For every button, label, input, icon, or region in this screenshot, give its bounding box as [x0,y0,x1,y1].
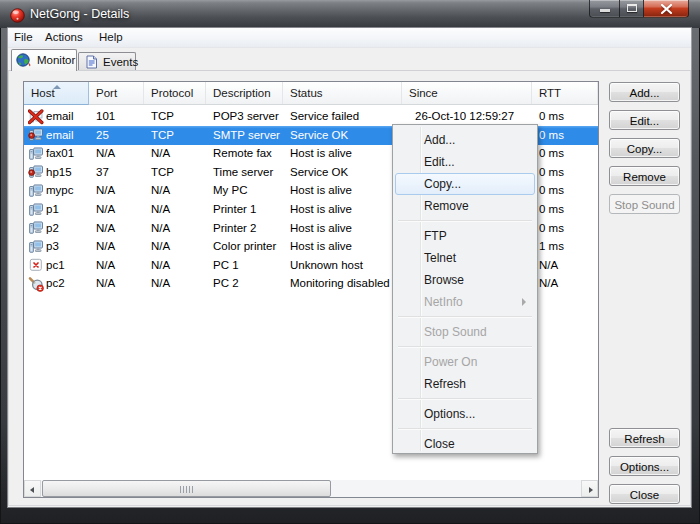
cell-rtt: N/A [539,259,598,271]
cell-description: Color printer [213,240,283,252]
menubar-item-help[interactable]: Help [99,31,123,43]
remove-button[interactable]: Remove [609,166,680,186]
cell-protocol: N/A [151,222,206,234]
cell-host: p2 [46,222,89,234]
cell-port: N/A [96,259,144,271]
scrollbar-thumb[interactable] [42,480,331,497]
host-computer-icon [28,239,44,255]
copy-button[interactable]: Copy... [609,138,680,158]
column-header-since[interactable]: Since [402,82,532,104]
close-icon [661,4,672,14]
cell-description: POP3 server [213,110,283,122]
menu-item-copy[interactable]: Copy... [395,173,535,195]
cell-protocol: N/A [151,259,206,271]
scrollbar-grip-icon [180,486,195,493]
menu-separator [395,425,535,433]
menu-item-add[interactable]: Add... [395,129,535,151]
window-title: NetGong - Details [30,7,129,21]
column-header-port[interactable]: Port [89,82,144,104]
scroll-right-button[interactable] [581,480,598,497]
cell-rtt: 0 ms [539,203,598,215]
cell-port: N/A [96,203,144,215]
cell-host: pc2 [46,277,89,289]
tab-monitor[interactable]: Monitor [11,49,77,71]
cell-rtt: 0 ms [539,222,598,234]
menu-separator [395,395,535,403]
column-header-status[interactable]: Status [283,82,402,104]
cell-status: Service failed [290,110,402,122]
cell-host: p1 [46,203,89,215]
column-header-host[interactable]: Host [24,82,89,105]
app-window: NetGong - Details FileActionsHelp Monito… [0,0,700,524]
cell-host: email [46,129,89,141]
cell-rtt: 0 ms [539,184,598,196]
cell-port: N/A [96,147,144,159]
menubar-item-actions[interactable]: Actions [45,31,83,43]
stop-sound-button[interactable]: Stop Sound [609,194,680,214]
minimize-icon [600,9,610,12]
maximize-icon [627,4,637,12]
title-bar[interactable]: NetGong - Details [0,0,700,28]
cell-protocol: N/A [151,240,206,252]
refresh-button[interactable]: Refresh [609,428,680,448]
cell-description: PC 1 [213,259,283,271]
menu-item-ftp[interactable]: FTP [395,225,535,247]
cell-protocol: TCP [151,110,206,122]
menu-item-telnet[interactable]: Telnet [395,247,535,269]
host-service-icon [28,164,44,180]
menu-item-edit[interactable]: Edit... [395,151,535,173]
cell-description: Printer 1 [213,203,283,215]
horizontal-scrollbar[interactable] [24,480,598,497]
cell-protocol: TCP [151,129,206,141]
cell-description: Time server [213,166,283,178]
cell-port: N/A [96,240,144,252]
menu-item-stop-sound[interactable]: Stop Sound [395,321,535,343]
column-header-protocol[interactable]: Protocol [144,82,206,104]
tab-events[interactable]: Events [78,52,136,71]
add-button[interactable]: Add... [609,82,680,102]
menu-bar: FileActionsHelp [8,28,691,48]
cell-port: 101 [96,110,144,122]
minimize-button[interactable] [589,0,619,18]
globe-icon [16,53,31,69]
cell-rtt: 0 ms [539,110,598,122]
cell-port: N/A [96,277,144,289]
context-menu: Add...Edit...Copy...RemoveFTPTelnetBrows… [392,124,538,454]
cell-status: Monitoring disabled [290,277,402,289]
cell-status: Unknown host [290,259,402,271]
cell-port: N/A [96,184,144,196]
cell-status: Host is alive [290,147,402,159]
cell-rtt: 0 ms [539,129,598,141]
menubar-item-file[interactable]: File [14,31,33,43]
menu-item-options[interactable]: Options... [395,403,535,425]
column-header-rtt[interactable]: RTT [532,82,598,104]
edit-button[interactable]: Edit... [609,110,680,130]
column-header-description[interactable]: Description [206,82,283,104]
cell-status: Host is alive [290,203,402,215]
document-icon [85,55,98,71]
menu-item-close[interactable]: Close [395,433,535,455]
menu-item-browse[interactable]: Browse [395,269,535,291]
client-area: FileActionsHelp Monitor Events HostPortP… [8,28,691,507]
menu-item-power-on[interactable]: Power On [395,351,535,373]
close-button[interactable] [644,0,689,18]
tab-label: Events [103,56,138,68]
cell-status: Host is alive [290,240,402,252]
options-button[interactable]: Options... [609,456,680,476]
tab-page: HostPortProtocolDescriptionStatusSinceRT… [8,70,691,506]
cell-port: 37 [96,166,144,178]
host-computer-icon [28,220,44,236]
app-icon [10,8,25,23]
scroll-left-button[interactable] [24,480,41,497]
menu-item-remove[interactable]: Remove [395,195,535,217]
cell-host: mypc [46,184,89,196]
maximize-button[interactable] [619,0,644,18]
menu-item-netinfo[interactable]: NetInfo [395,291,535,313]
list-header: HostPortProtocolDescriptionStatusSinceRT… [24,82,598,105]
tab-label: Monitor [37,54,75,66]
host-computer-icon [28,183,44,199]
cell-host: pc1 [46,259,89,271]
menu-item-refresh[interactable]: Refresh [395,373,535,395]
close-button[interactable]: Close [609,484,680,504]
host-computer-icon [28,202,44,218]
